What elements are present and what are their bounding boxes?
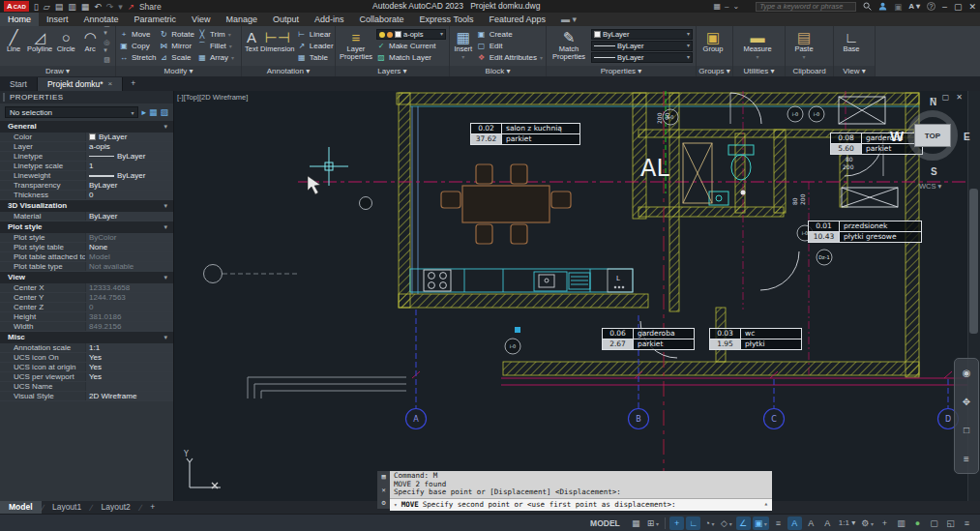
restore-button[interactable]: ▢ — [954, 2, 963, 12]
prop-row-center-y[interactable]: Center Y1244.7563 — [0, 293, 173, 303]
prop-row-lineweight[interactable]: LineweightByLayer — [0, 171, 173, 181]
command-options-icon[interactable]: ▾ — [394, 498, 398, 511]
scale-button[interactable]: ⊿Scale — [159, 52, 194, 63]
pan-icon[interactable]: ✥ — [963, 397, 970, 407]
annotation-monitor-icon[interactable]: + — [877, 516, 892, 530]
section-general[interactable]: General▾ — [0, 121, 173, 133]
ellipse-icon[interactable]: ◎ ▾ — [104, 39, 112, 54]
prop-row-ucs-icon-origin[interactable]: UCS icon at originYes — [0, 363, 173, 372]
panel-label-modify[interactable]: Modify ▾ — [116, 66, 241, 76]
panel-label-draw[interactable]: Draw ▾ — [0, 66, 115, 76]
prop-row-plot-table-attached[interactable]: Plot table attached toModel — [0, 252, 173, 262]
command-input[interactable]: ▾ MOVE Specify second point or <use firs… — [390, 498, 772, 511]
rotate-button[interactable]: ↻Rotate — [159, 29, 194, 40]
linetype-select[interactable]: ByLayer▾ — [591, 52, 693, 63]
tab-express-tools[interactable]: Express Tools — [412, 13, 482, 26]
save-icon[interactable]: ▤ — [55, 2, 64, 12]
annotation-scale-value[interactable]: 1:1 ▾ — [837, 518, 857, 527]
line-button[interactable]: ╱Line — [3, 28, 24, 64]
view-cube-top-face[interactable]: TOP — [914, 124, 951, 147]
panel-label-utilities[interactable]: Utilities ▾ — [733, 66, 785, 76]
measure-button[interactable]: ▬Measure ▾ — [736, 28, 779, 64]
circle-button[interactable]: ○Circle — [55, 28, 76, 64]
tab-addins[interactable]: Add-ins — [307, 13, 352, 26]
full-navigation-wheel-icon[interactable]: ◉ — [963, 368, 971, 378]
save-as-icon[interactable]: ▥ — [68, 2, 76, 12]
isolate-objects-icon[interactable]: ▢ — [927, 516, 941, 530]
mirror-button[interactable]: ⋈Mirror — [159, 41, 194, 51]
base-button[interactable]: ∟Base — [837, 28, 866, 64]
section-3d-visualization[interactable]: 3D Visualization▾ — [0, 200, 173, 212]
view-cube-south[interactable]: S — [931, 166, 937, 177]
plot-icon[interactable]: ▦ — [81, 2, 90, 12]
graphics-performance-icon[interactable]: ● — [910, 516, 925, 530]
orbit-icon[interactable]: ≡ — [964, 454, 969, 464]
workspace-gear-icon[interactable]: ⚙ ▾ — [859, 516, 876, 530]
prop-row-center-z[interactable]: Center Z0 — [0, 303, 173, 312]
tab-featured-apps[interactable]: Featured Apps — [481, 13, 553, 26]
open-file-icon[interactable]: ▱ — [44, 2, 50, 12]
tab-layout2[interactable]: Layout2 — [93, 501, 139, 514]
color-select[interactable]: ByLayer▾ — [591, 29, 693, 40]
edit-attributes-button[interactable]: ❖Edit Attributes ▾ — [477, 52, 543, 63]
room-table-garderoba-bottom[interactable]: 0.06garderoba 2.67parkiet — [602, 328, 695, 350]
navigation-bar[interactable]: ◉ ✥ □ ≡ — [954, 358, 979, 474]
dynamic-input-icon[interactable]: + — [669, 516, 684, 530]
view-cube[interactable]: N S E W TOP WCS ▾ — [898, 97, 971, 193]
edit-block-button[interactable]: ▢Edit — [477, 41, 543, 51]
panel-label-layers[interactable]: Layers ▾ — [336, 66, 449, 76]
polar-tracking-icon[interactable]: ◔ ▾ — [702, 516, 717, 530]
array-button[interactable]: ▦Array ▾ — [197, 52, 234, 63]
command-history-icon[interactable]: ▤ — [381, 473, 385, 481]
dimension-button[interactable]: ⊢⊣Dimension — [261, 28, 294, 64]
prop-row-linetype-scale[interactable]: Linetype scale1 — [0, 162, 173, 171]
quick-select-icon[interactable]: ▨ — [160, 107, 168, 117]
panel-label-clipboard[interactable]: Clipboard — [786, 66, 833, 76]
customization-menu-icon[interactable]: ≡ — [960, 516, 974, 530]
prop-row-width[interactable]: Width849.2156 — [0, 322, 173, 332]
panel-label-groups[interactable]: Groups ▾ — [697, 66, 732, 76]
leader-button[interactable]: ↗Leader — [297, 41, 334, 51]
annotation-visibility-icon[interactable]: A — [787, 516, 802, 530]
undo-icon[interactable]: ↶ — [94, 2, 102, 12]
drawing-canvas[interactable]: A B C D — [174, 91, 980, 501]
tab-collaborate[interactable]: Collaborate — [352, 13, 412, 26]
room-table-salon[interactable]: 0.02salon z kuchnią 37.62parkiet — [470, 123, 580, 145]
copy-button[interactable]: ▣Copy — [119, 41, 156, 51]
viewport-grid-icon[interactable]: ▦ — [713, 2, 721, 11]
prop-row-transparency[interactable]: TransparencyByLayer — [0, 181, 173, 191]
vertical-scrollbar-thumb[interactable] — [969, 189, 978, 334]
rectangle-icon[interactable]: ▭ ▾ — [104, 26, 112, 37]
ortho-icon[interactable]: ∟ — [686, 516, 700, 530]
room-table-przedsionek[interactable]: 0.01przedsionek 10.43płytki gresowe — [808, 221, 922, 243]
prop-row-plot-style[interactable]: Plot styleByColor — [0, 233, 173, 243]
viewport-label[interactable]: [-][Top][2D Wireframe] — [177, 93, 248, 102]
search-input[interactable] — [756, 2, 856, 12]
panel-label-properties[interactable]: Properties ▾ — [547, 66, 696, 76]
polyline-button[interactable]: ◿Polyline — [27, 28, 52, 64]
search-icon[interactable] — [863, 2, 872, 11]
room-table-wc[interactable]: 0.03wc 1.95płytki — [709, 328, 802, 350]
group-button[interactable]: ▣Group — [699, 28, 727, 64]
units-icon[interactable]: ▥ — [894, 516, 908, 530]
prop-row-color[interactable]: ColorByLayer — [0, 133, 173, 142]
prop-row-center-x[interactable]: Center X12333.4658 — [0, 283, 173, 293]
selection-grip[interactable] — [515, 327, 520, 333]
make-current-button[interactable]: ✓Make Current — [376, 41, 446, 51]
annotation-people-icon[interactable]: A — [820, 516, 835, 530]
section-misc[interactable]: Misc▾ — [0, 332, 173, 343]
prop-row-visual-style[interactable]: Visual Style2D Wireframe — [0, 392, 173, 401]
tab-view[interactable]: View — [184, 13, 218, 26]
model-space-label[interactable]: MODEL — [583, 518, 627, 528]
prop-row-ucs-icon-on[interactable]: UCS icon OnYes — [0, 353, 173, 363]
selection-dropdown[interactable]: No selection▾ — [5, 106, 138, 118]
section-view[interactable]: View▾ — [0, 272, 173, 283]
prop-row-layer[interactable]: Layera-opis — [0, 142, 173, 152]
share-button[interactable]: Share — [139, 2, 162, 12]
chevron-down-icon[interactable]: ⌄ — [732, 2, 739, 11]
tab-insert[interactable]: Insert — [39, 13, 76, 26]
collapse-icon[interactable]: – — [725, 2, 728, 11]
view-cube-east[interactable]: E — [964, 132, 970, 142]
autoscale-icon[interactable]: A — [804, 516, 818, 530]
panel-label-annotation[interactable]: Annotation ▾ — [242, 66, 335, 76]
